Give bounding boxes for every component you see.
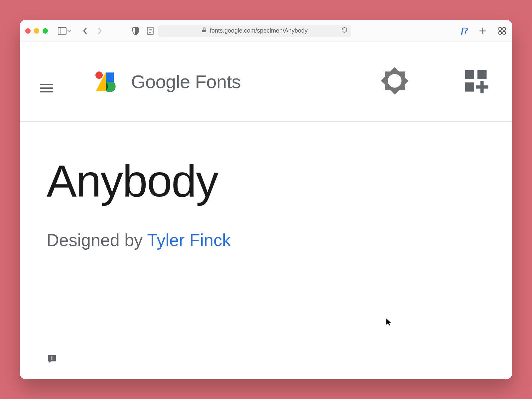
svg-point-13 — [95, 71, 103, 79]
browser-window: fonts.google.com/specimen/Anybody f? — [20, 20, 512, 379]
site-header: Google Fonts — [20, 42, 512, 122]
svg-rect-6 — [202, 30, 206, 32]
chevron-down-icon — [67, 29, 71, 33]
brand-bold: Google — [131, 71, 190, 92]
url-text: fonts.google.com/specimen/Anybody — [210, 27, 308, 34]
svg-rect-19 — [465, 82, 474, 92]
minimize-window-button[interactable] — [34, 28, 39, 34]
font-name-heading: Anybody — [47, 158, 485, 203]
privacy-shield-icon[interactable] — [131, 26, 140, 36]
brand-name: Google Fonts — [131, 71, 241, 92]
back-button[interactable] — [80, 26, 90, 36]
menu-button[interactable] — [40, 81, 53, 95]
mouse-cursor-icon — [386, 318, 392, 328]
extension-icon[interactable]: f? — [461, 26, 468, 36]
feedback-button[interactable] — [47, 354, 57, 366]
reader-mode-icon[interactable] — [146, 26, 155, 36]
designer-link[interactable]: Tyler Finck — [147, 230, 231, 250]
tab-overview-button[interactable] — [497, 26, 507, 36]
svg-rect-22 — [52, 356, 53, 359]
browser-toolbar: fonts.google.com/specimen/Anybody f? — [20, 20, 512, 42]
svg-rect-9 — [499, 28, 501, 30]
page-content: Anybody Designed by Tyler Finck — [20, 122, 512, 379]
new-tab-button[interactable] — [478, 26, 487, 36]
window-controls — [25, 28, 48, 34]
svg-rect-14 — [106, 72, 114, 82]
reload-button[interactable] — [341, 27, 348, 35]
theme-toggle-button[interactable] — [380, 66, 410, 97]
svg-rect-17 — [465, 70, 474, 79]
svg-rect-23 — [52, 359, 53, 360]
svg-rect-18 — [477, 70, 487, 79]
brand-thin: Fonts — [195, 71, 241, 92]
google-fonts-logo-icon — [93, 70, 123, 93]
svg-rect-0 — [58, 27, 66, 34]
close-window-button[interactable] — [25, 28, 31, 34]
svg-rect-11 — [499, 32, 501, 34]
fullscreen-window-button[interactable] — [43, 28, 48, 34]
forward-button[interactable] — [95, 26, 104, 36]
svg-rect-12 — [503, 32, 505, 34]
sidebar-toggle-button[interactable] — [58, 27, 71, 35]
view-selected-families-button[interactable] — [463, 68, 489, 95]
lock-icon — [202, 27, 206, 34]
svg-point-16 — [388, 74, 401, 87]
designer-line: Designed by Tyler Finck — [47, 230, 485, 250]
svg-rect-10 — [503, 28, 505, 30]
address-bar[interactable]: fonts.google.com/specimen/Anybody — [158, 25, 351, 37]
brand-logo[interactable]: Google Fonts — [93, 70, 241, 93]
designed-by-prefix: Designed by — [47, 230, 147, 250]
